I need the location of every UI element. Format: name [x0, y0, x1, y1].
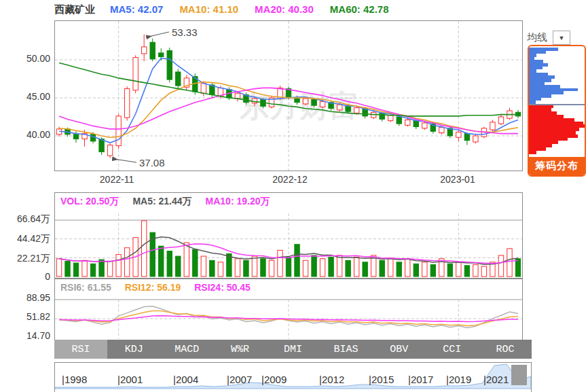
tab-wr[interactable]: W%R [213, 340, 266, 359]
svg-text:37.08: 37.08 [139, 157, 165, 168]
ma-selector: 均线 ▼ [527, 31, 570, 45]
axis-tick-label: 0 [0, 271, 50, 282]
volume-legend: VOL: 20.50万MA5: 21.44万MA10: 19.20万 [60, 196, 270, 208]
ma-legend-item: MA5: 42.07 [110, 3, 163, 15]
tab-roc[interactable]: ROC [479, 340, 532, 359]
volume-pane[interactable]: VOL: 20.50万MA5: 21.44万MA10: 19.20万 [54, 192, 523, 279]
rsi-pane[interactable]: RSI6: 61.55RSI12: 56.19RSI24: 50.45 [54, 279, 523, 341]
ma-dropdown-button[interactable]: ▼ [553, 31, 570, 45]
tab-kdj[interactable]: KDJ [107, 340, 160, 359]
stock-chart-app: 西藏矿业 MA5: 42.07MA10: 41.10MA20: 40.30MA6… [0, 0, 588, 392]
axis-tick-label: 40.00 [0, 129, 50, 140]
chip-distribution-histogram [529, 46, 585, 157]
chevron-down-icon: ▼ [559, 35, 565, 41]
candlestick-chart[interactable]: 东方财富53.3337.08 [55, 21, 522, 173]
legend-item: RSI24: 50.45 [194, 282, 251, 293]
candlestick-pane[interactable]: 东方财富53.3337.08 [54, 20, 523, 171]
indicator-tab-bar: RSIKDJMACDW%RDMIBIASOBVCCIROC [54, 340, 532, 359]
main-svg-canvas: 东方财富53.3337.08 [55, 21, 522, 171]
axis-tick-label: 50.00 [0, 53, 50, 64]
legend-item: VOL: 20.50万 [60, 196, 119, 208]
svg-text:53.33: 53.33 [172, 26, 198, 38]
axis-tick-label: 45.00 [0, 91, 50, 102]
stock-title: 西藏矿业 [54, 3, 95, 16]
chip-bar-red [529, 151, 536, 154]
axis-tick-label: 44.42万 [0, 233, 50, 245]
chart-header: 西藏矿业 MA5: 42.07MA10: 41.10MA20: 40.30MA6… [54, 3, 389, 16]
tab-obv[interactable]: OBV [373, 340, 426, 359]
timeline-year-label: |2021 [483, 374, 509, 385]
timeline-year-label: |2012 [319, 374, 344, 385]
legend-item: RSI12: 56.19 [125, 282, 181, 293]
axis-tick-label: 14.70 [0, 330, 50, 341]
ma-legend-item: MA10: 41.10 [179, 3, 238, 15]
timeline-year-label: |2017 [408, 374, 433, 385]
ma-legend: MA5: 42.07MA10: 41.10MA20: 40.30MA60: 42… [110, 3, 389, 15]
timeline-year-label: |1998 [62, 374, 87, 385]
timeline-year-label: |2007 [227, 374, 252, 385]
tab-rsi[interactable]: RSI [54, 340, 107, 359]
legend-item: MA5: 21.44万 [132, 196, 191, 208]
axis-tick-label: 22.21万 [0, 253, 50, 265]
date-tick-label: 2023-01 [436, 174, 479, 185]
ma-legend-item: MA20: 40.30 [255, 3, 314, 15]
timeline-year-label: |2009 [261, 374, 287, 385]
axis-tick-label: 51.82 [0, 311, 50, 322]
tab-bias[interactable]: BIAS [320, 340, 373, 359]
date-tick-label: 2022-12 [268, 174, 312, 185]
tab-macd[interactable]: MACD [160, 340, 213, 359]
rsi-legend: RSI6: 61.55RSI12: 56.19RSI24: 50.45 [60, 282, 251, 293]
timeline-range-handle[interactable] [511, 365, 527, 385]
tab-cci[interactable]: CCI [426, 340, 479, 359]
tab-dmi[interactable]: DMI [266, 340, 319, 359]
timeline-year-label: |2015 [369, 374, 394, 385]
axis-tick-label: 66.64万 [0, 213, 50, 226]
ma-legend-item: MA60: 42.78 [330, 3, 389, 15]
legend-item: MA10: 19.20万 [206, 196, 270, 208]
date-tick-label: 2022-11 [95, 174, 139, 185]
ma-selector-label: 均线 [527, 31, 547, 44]
legend-item: RSI6: 61.55 [60, 282, 111, 293]
timeline-year-label: |2001 [117, 374, 143, 385]
chip-distribution-button[interactable]: 筹码分布 [529, 157, 585, 175]
chip-distribution-panel[interactable]: 筹码分布 [528, 45, 586, 177]
timeline-year-label: |2004 [173, 374, 198, 385]
history-timeline[interactable]: |1998|2001|2004|2007|2009|2012|2015|2017… [54, 362, 532, 392]
timeline-year-label: |2019 [446, 374, 471, 385]
axis-tick-label: 88.95 [0, 292, 50, 303]
